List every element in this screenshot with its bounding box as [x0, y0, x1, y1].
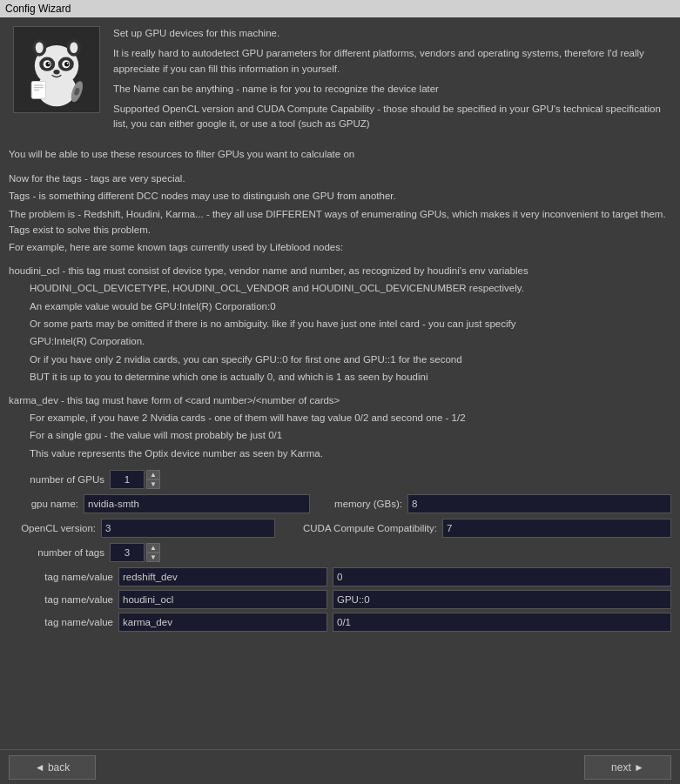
next-button[interactable]: next ►	[584, 755, 671, 780]
houdini-i3b: GPU:Intel(R) Corporation.	[9, 333, 671, 349]
gpu-name-memory-row: gpu name: memory (GBs):	[9, 494, 671, 513]
memory-input[interactable]	[407, 494, 671, 513]
mascot-image	[13, 26, 100, 113]
intro-line3: The Name can be anything - name is for y…	[113, 82, 671, 97]
main-content: Set up GPU devices for this machine. It …	[0, 17, 680, 784]
body-para2: Now for the tags - tags are very special…	[9, 171, 671, 186]
title-bar: Config Wizard	[0, 0, 680, 17]
tag-label-1: tag name/value	[9, 594, 113, 605]
top-section: Set up GPU devices for this machine. It …	[0, 17, 680, 137]
intro-text: Set up GPU devices for this machine. It …	[113, 26, 671, 137]
gpu-name-label: gpu name:	[9, 499, 78, 509]
memory-label: memory (GBs):	[315, 499, 402, 509]
back-button[interactable]: ◄ back	[9, 755, 96, 780]
svg-point-12	[48, 63, 50, 64]
tag-label-2: tag name/value	[9, 617, 113, 627]
opencl-cuda-row: OpenCL version: CUDA Compute Compatibili…	[9, 519, 671, 538]
houdini-i2: An example value would be GPU:Intel(R) C…	[9, 298, 671, 314]
intro-line1: Set up GPU devices for this machine.	[113, 26, 671, 41]
tag-label-0: tag name/value	[9, 572, 113, 582]
tag-name-input-0[interactable]	[118, 567, 327, 586]
body-para1: You will be able to use these resources …	[9, 146, 671, 162]
num-tags-row: number of tags ▲ ▼	[9, 543, 671, 562]
num-tags-input[interactable]	[110, 543, 145, 562]
intro-line2: It is really hard to autodetect GPU para…	[113, 46, 671, 77]
karma-i3: This value represents the Optix device n…	[9, 446, 671, 461]
num-gpus-spinner-buttons: ▲ ▼	[146, 470, 160, 489]
svg-point-5	[70, 43, 77, 54]
body-para4: The problem is - Redshift, Houdini, Karm…	[9, 206, 671, 238]
tag-rows-container: tag name/valuetag name/valuetag name/val…	[9, 567, 671, 632]
tag-value-input-1[interactable]	[333, 590, 671, 609]
num-gpus-label: number of GPUs	[9, 474, 104, 485]
gpu-name-input[interactable]	[84, 494, 310, 513]
svg-point-13	[67, 63, 69, 64]
tag-name-input-1[interactable]	[118, 590, 327, 609]
tag-name-input-2[interactable]	[118, 613, 327, 632]
cuda-label: CUDA Compute Compatibility:	[280, 523, 437, 533]
body-para3: Tags - is something different DCC nodes …	[9, 188, 671, 204]
karma-header: karma_dev - this tag must have form of <…	[9, 392, 671, 408]
tag-row-1: tag name/value	[9, 590, 671, 609]
tag-row-2: tag name/value	[9, 613, 671, 632]
houdini-i1: HOUDINI_OCL_DEVICETYPE, HOUDINI_OCL_VEND…	[9, 280, 671, 296]
intro-line4: Supported OpenCL version and CUDA Comput…	[113, 102, 671, 132]
num-gpus-up-button[interactable]: ▲	[146, 470, 160, 479]
karma-i1: For example, if you have 2 Nvidia cards …	[9, 410, 671, 426]
num-tags-down-button[interactable]: ▼	[146, 553, 160, 562]
title-text: Config Wizard	[5, 3, 71, 15]
karma-i2: For a single gpu - the value will most p…	[9, 427, 671, 443]
num-tags-spinner-buttons: ▲ ▼	[146, 543, 160, 562]
num-tags-up-button[interactable]: ▲	[146, 543, 160, 553]
num-tags-spinner: ▲ ▼	[110, 543, 160, 562]
tag-value-input-2[interactable]	[333, 613, 671, 632]
tag-value-input-0[interactable]	[333, 567, 671, 586]
num-tags-label: number of tags	[9, 547, 104, 558]
num-gpus-down-button[interactable]: ▼	[146, 479, 160, 489]
svg-point-10	[45, 62, 50, 66]
houdini-i4: Or if you have only 2 nvidia cards, you …	[9, 352, 671, 367]
opencl-label: OpenCL version:	[9, 523, 96, 533]
cuda-input[interactable]	[442, 519, 671, 538]
num-gpus-spinner: ▲ ▼	[110, 470, 160, 489]
tag-row-0: tag name/value	[9, 567, 671, 586]
opencl-input[interactable]	[101, 519, 275, 538]
num-gpus-row: number of GPUs ▲ ▼	[9, 470, 671, 489]
houdini-i3: Or some parts may be omitted if there is…	[9, 316, 671, 332]
mascot-area	[9, 26, 104, 137]
svg-point-11	[64, 62, 69, 66]
bottom-bar: ◄ back next ►	[0, 749, 680, 784]
num-gpus-input[interactable]	[110, 470, 145, 489]
houdini-i5: BUT it is up to you to determine which o…	[9, 369, 671, 385]
svg-point-14	[53, 70, 59, 74]
info-text-block: You will be able to use these resources …	[9, 146, 671, 462]
body-para5: For example, here are some known tags cu…	[9, 239, 671, 255]
svg-point-4	[36, 43, 44, 54]
scrollable-area[interactable]: You will be able to use these resources …	[0, 137, 680, 750]
houdini-header: houdini_ocl - this tag must consist of d…	[9, 263, 671, 278]
